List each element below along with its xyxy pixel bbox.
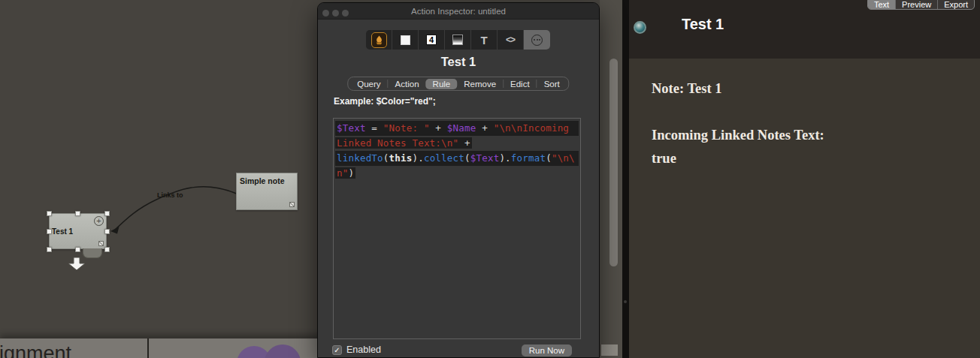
map-node-simple-note[interactable]: Simple note (236, 173, 298, 210)
scrollbar-thumb[interactable] (609, 59, 618, 266)
window-title: Action Inspector: untitled (318, 7, 599, 16)
selection-handle[interactable] (75, 247, 80, 252)
adornment-text-partial[interactable]: lignment (0, 342, 71, 358)
node-title: Test 1 (52, 227, 73, 236)
flame-chip (371, 32, 387, 48)
selection-handle[interactable] (75, 211, 80, 216)
tab-remove[interactable]: Remove (457, 79, 503, 89)
inspector-toolbar: 4 T <> (366, 30, 550, 50)
note-text-line: Note: Test 1 (652, 77, 965, 101)
divider-dot (624, 300, 627, 303)
scrollbar-corner (601, 344, 618, 356)
enabled-row: ✓ Enabled (332, 344, 381, 355)
tab-edict[interactable]: Edict (504, 79, 537, 89)
tab-export[interactable]: Export (938, 0, 974, 9)
ellipsis-circle-glyph (531, 35, 543, 46)
tab-action[interactable]: Action (389, 79, 426, 89)
enabled-label: Enabled (346, 344, 381, 355)
white-square-glyph (401, 35, 410, 45)
appearance-inspector-icon[interactable] (445, 30, 471, 50)
export-inspector-icon[interactable]: <> (498, 30, 524, 50)
link-drag-arrow-icon[interactable] (68, 257, 86, 272)
selection-handle[interactable] (47, 211, 52, 216)
note-text-line: true (652, 147, 965, 170)
tab-rule[interactable]: Rule (426, 79, 458, 89)
tab-query[interactable]: Query (350, 79, 387, 89)
text-pane: Text Preview Export Test 1 Note: Test 1 … (629, 0, 980, 358)
strip-divider (147, 338, 149, 358)
note-text-line: Incoming Linked Notes Text: (652, 124, 965, 147)
inspector-note-title: Test 1 (318, 55, 599, 69)
text-pane-tab-bar: Text Preview Export (867, 0, 975, 10)
code-glyph: <> (506, 35, 515, 45)
node-title: Simple note (240, 176, 285, 185)
action-inspector-window: Action Inspector: untitled 4 T <> Test 1 (317, 2, 600, 358)
selection-handle[interactable] (47, 247, 52, 252)
plus-circle-icon[interactable]: + (94, 216, 104, 226)
inspector-titlebar[interactable]: Action Inspector: untitled (318, 3, 599, 20)
note-text-body[interactable]: Note: Test 1 Incoming Linked Notes Text:… (652, 77, 965, 170)
purple-adornment-circle[interactable] (265, 344, 301, 358)
map-node-test-1[interactable]: Test 1 + (49, 213, 107, 249)
gradient-square-glyph (452, 35, 463, 45)
action-inspector-icon[interactable] (524, 30, 550, 50)
selection-handle[interactable] (104, 229, 110, 234)
run-now-button[interactable]: Run Now (522, 344, 572, 356)
selection-handle[interactable] (104, 211, 110, 216)
pane-divider[interactable] (622, 0, 629, 358)
rule-code-editor[interactable]: $Text = "Note: " + $Name + "\n\nIncoming… (333, 118, 581, 339)
note-text-line (652, 101, 965, 124)
tinderbox-flame-icon[interactable] (366, 30, 392, 50)
t-glyph: T (480, 34, 487, 47)
document-inspector-icon[interactable] (392, 30, 419, 50)
inspector-tab-bar: Query Action Rule Remove Edict Sort (347, 77, 569, 91)
tab-text[interactable]: Text (868, 0, 896, 9)
example-label: Example: $Color="red"; (334, 96, 436, 107)
note-title: Test 1 (682, 15, 724, 33)
note-corner-badge-icon[interactable] (98, 241, 104, 246)
tab-sort[interactable]: Sort (537, 79, 567, 89)
link-label[interactable]: Links to (157, 191, 183, 199)
text-inspector-icon[interactable]: T (471, 30, 498, 50)
note-corner-badge-icon[interactable] (289, 202, 295, 207)
selection-handle[interactable] (104, 247, 110, 252)
enabled-checkbox[interactable]: ✓ (332, 345, 342, 355)
badge-4-glyph: 4 (426, 35, 437, 45)
map-vertical-scrollbar[interactable] (600, 0, 622, 358)
screen: Links to Simple note Test 1 + lignment (0, 0, 980, 358)
text-pane-header: Text Preview Export Test 1 (629, 0, 980, 59)
tab-preview[interactable]: Preview (896, 0, 938, 9)
selection-handle[interactable] (47, 229, 52, 234)
note-badge-icon (634, 21, 646, 34)
badge-4-inspector-icon[interactable]: 4 (419, 30, 445, 50)
